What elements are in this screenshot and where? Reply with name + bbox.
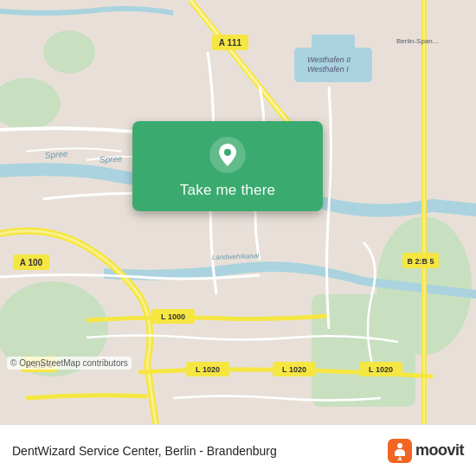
moovit-icon <box>388 439 412 463</box>
svg-text:Spree: Spree <box>44 149 68 160</box>
svg-rect-6 <box>312 35 355 52</box>
copyright-text: © OpenStreetMap contributors <box>7 357 132 370</box>
svg-text:A 100: A 100 <box>20 258 43 267</box>
place-name: DentWizard Service Center, Berlin - Bran… <box>12 444 379 458</box>
svg-point-32 <box>397 443 402 448</box>
svg-text:Spree: Spree <box>100 154 124 164</box>
svg-text:L 1020: L 1020 <box>282 365 306 374</box>
svg-text:L 1020: L 1020 <box>369 365 393 374</box>
location-card[interactable]: Take me there <box>132 121 323 211</box>
bottom-bar: DentWizard Service Center, Berlin - Bran… <box>0 424 476 476</box>
svg-text:A 111: A 111 <box>219 38 242 48</box>
pin-icon <box>209 137 246 173</box>
svg-point-30 <box>224 149 231 156</box>
svg-text:Westhafen I: Westhafen I <box>307 65 349 74</box>
svg-point-4 <box>43 30 95 74</box>
svg-text:L 1000: L 1000 <box>161 312 185 321</box>
svg-text:Landwehrkanal: Landwehrkanal <box>212 252 260 261</box>
moovit-text: moovit <box>415 441 464 460</box>
svg-point-3 <box>0 78 61 130</box>
moovit-logo: moovit <box>388 439 464 463</box>
svg-text:Berlin-Span...: Berlin-Span... <box>396 37 438 45</box>
svg-text:Westhafen II: Westhafen II <box>307 55 351 64</box>
svg-text:B 2:B 5: B 2:B 5 <box>407 257 434 266</box>
take-me-there-label: Take me there <box>180 182 275 199</box>
svg-text:L 1020: L 1020 <box>196 365 220 374</box>
map-container: A 111 A 100 B 2;B 5 B 2:B 5 L 1000 L 102… <box>0 0 476 424</box>
